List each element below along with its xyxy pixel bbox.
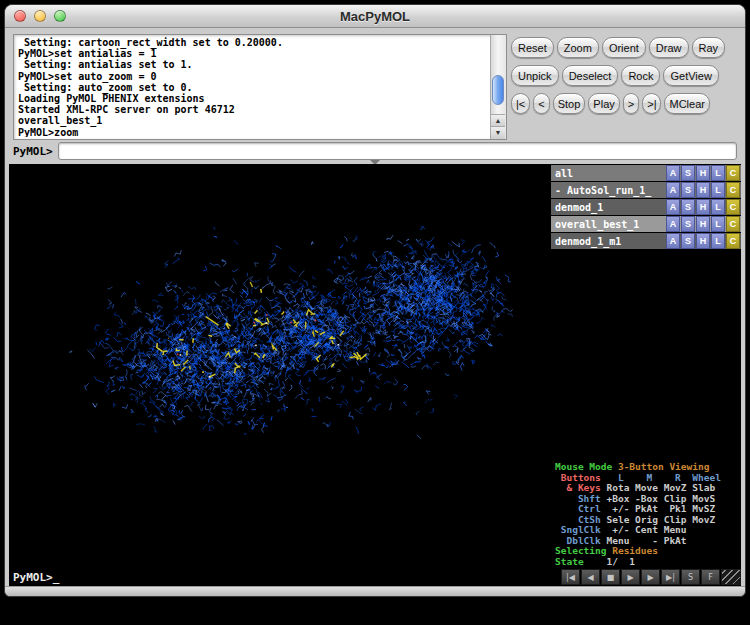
state-line: State 1/ 1 [555, 557, 741, 568]
show-button-s[interactable]: S [681, 233, 695, 249]
object-name[interactable]: overall_best_1 [551, 216, 666, 232]
control-button-panel: Reset Zoom Orient Draw Ray Unpick Desele… [511, 37, 741, 114]
action-button-a[interactable]: A [666, 199, 680, 215]
action-button-a[interactable]: A [666, 165, 680, 181]
action-button-a[interactable]: A [666, 182, 680, 198]
close-button[interactable] [14, 10, 26, 22]
ray-button[interactable]: Ray [692, 37, 726, 58]
color-button-c[interactable]: C [726, 199, 740, 215]
orient-button[interactable]: Orient [602, 37, 646, 58]
object-actions: A S H L C [666, 165, 741, 181]
viewport-3d[interactable]: PyMOL>_ [9, 164, 551, 586]
movie-controls: |◀ ◀ ■ ▶ ▶ ▶| S F [551, 569, 741, 586]
viewport-prompt[interactable]: PyMOL>_ [13, 571, 59, 584]
console-line: PyMOL>set antialias = 1 [18, 48, 488, 59]
show-button-s[interactable]: S [681, 199, 695, 215]
object-row-all[interactable]: all A S H L C [551, 165, 741, 181]
object-name[interactable]: denmod_1 [551, 199, 666, 215]
movie-f-button[interactable]: F [701, 569, 720, 585]
button-row-2: Unpick Deselect Rock GetView [511, 65, 741, 86]
minimize-button[interactable] [34, 10, 46, 22]
hide-button-h[interactable]: H [696, 233, 710, 249]
draw-button[interactable]: Draw [649, 37, 689, 58]
window-title: MacPyMOL [340, 9, 410, 24]
color-button-c[interactable]: C [726, 233, 740, 249]
object-row-autosol-run-1[interactable]: - AutoSol_run_1_ A S H L C [551, 182, 741, 198]
reset-button[interactable]: Reset [511, 37, 554, 58]
object-row-denmod-1-m1[interactable]: denmod_1_m1 A S H L C [551, 233, 741, 249]
command-input[interactable] [58, 142, 737, 160]
mouse-mode-label: Mouse Mode [555, 461, 618, 472]
play-button[interactable]: Play [588, 93, 619, 114]
object-actions: A S H L C [666, 233, 741, 249]
label-button-l[interactable]: L [711, 199, 725, 215]
console-line: overall_best_1 [18, 115, 488, 126]
object-name[interactable]: denmod_1_m1 [551, 233, 666, 249]
object-row-overall-best-1[interactable]: overall_best_1 A S H L C [551, 216, 741, 232]
movie-s-button[interactable]: S [681, 569, 700, 585]
stop-button[interactable]: Stop [553, 93, 586, 114]
object-name[interactable]: - AutoSol_run_1_ [551, 182, 666, 198]
titlebar[interactable]: MacPyMOL [5, 5, 745, 28]
console-line: PyMOL>zoom [18, 127, 488, 137]
action-button-a[interactable]: A [666, 233, 680, 249]
scroll-down-button[interactable]: ▼ [491, 126, 505, 139]
object-row-denmod-1[interactable]: denmod_1 A S H L C [551, 199, 741, 215]
first-frame-button[interactable]: |< [511, 93, 530, 114]
movie-back-button[interactable]: ◀ [581, 569, 600, 585]
console-line: Started XML-RPC server on port 46712 [18, 104, 488, 115]
resize-grip[interactable] [721, 569, 741, 585]
molecule-mesh-render[interactable] [9, 164, 549, 568]
zoom-button[interactable]: Zoom [557, 37, 599, 58]
object-actions: A S H L C [666, 199, 741, 215]
deselect-button[interactable]: Deselect [562, 65, 619, 86]
maximize-button[interactable] [54, 10, 66, 22]
mouse-help-panel: Mouse Mode 3-Button Viewing Buttons L M … [551, 460, 741, 569]
hide-button-h[interactable]: H [696, 165, 710, 181]
movie-play-button[interactable]: ▶ [621, 569, 640, 585]
color-button-c[interactable]: C [726, 182, 740, 198]
color-button-c[interactable]: C [726, 165, 740, 181]
prev-frame-button[interactable]: < [533, 93, 549, 114]
console-line: Loading PyMOL PHENIX extensions [18, 93, 488, 104]
traffic-lights [14, 10, 66, 22]
hide-button-h[interactable]: H [696, 199, 710, 215]
selecting-mode-value[interactable]: Residues [612, 545, 658, 556]
unpick-button[interactable]: Unpick [511, 65, 559, 86]
rock-button[interactable]: Rock [621, 65, 660, 86]
button-row-3: |< < Stop Play > >| MClear [511, 93, 741, 114]
mouse-mode-value[interactable]: 3-Button Viewing [618, 461, 710, 472]
getview-button[interactable]: GetView [663, 65, 718, 86]
console-line: Setting: auto_zoom set to 0. [18, 82, 488, 93]
hide-button-h[interactable]: H [696, 216, 710, 232]
window-bottom-edge [5, 586, 745, 596]
movie-end-button[interactable]: ▶| [661, 569, 680, 585]
movie-rewind-button[interactable]: |◀ [561, 569, 580, 585]
state-value: 1/ 1 [589, 556, 635, 567]
console-scrollbar[interactable]: ▲ ▼ [490, 35, 506, 139]
label-button-l[interactable]: L [711, 182, 725, 198]
hide-button-h[interactable]: H [696, 182, 710, 198]
next-frame-button[interactable]: > [623, 93, 639, 114]
movie-stop-button[interactable]: ■ [601, 569, 620, 585]
show-button-s[interactable]: S [681, 165, 695, 181]
macpymol-window: MacPyMOL Setting: cartoon_rect_width set… [4, 4, 746, 597]
color-button-c[interactable]: C [726, 216, 740, 232]
console-lines: Setting: cartoon_rect_width set to 0.200… [18, 37, 488, 137]
button-row-1: Reset Zoom Orient Draw Ray [511, 37, 741, 58]
movie-forward-button[interactable]: ▶ [641, 569, 660, 585]
action-button-a[interactable]: A [666, 216, 680, 232]
object-name[interactable]: all [551, 165, 666, 181]
console-line: Setting: antialias set to 1. [18, 59, 488, 70]
label-button-l[interactable]: L [711, 165, 725, 181]
last-frame-button[interactable]: >| [642, 93, 661, 114]
scrollbar-thumb[interactable] [492, 75, 504, 105]
console-line: PyMOL>set auto_zoom = 0 [18, 71, 488, 82]
command-row: PyMOL> [13, 142, 737, 160]
mclear-button[interactable]: MClear [664, 93, 709, 114]
label-button-l[interactable]: L [711, 233, 725, 249]
show-button-s[interactable]: S [681, 182, 695, 198]
label-button-l[interactable]: L [711, 216, 725, 232]
console-log[interactable]: Setting: cartoon_rect_width set to 0.200… [13, 34, 507, 140]
show-button-s[interactable]: S [681, 216, 695, 232]
